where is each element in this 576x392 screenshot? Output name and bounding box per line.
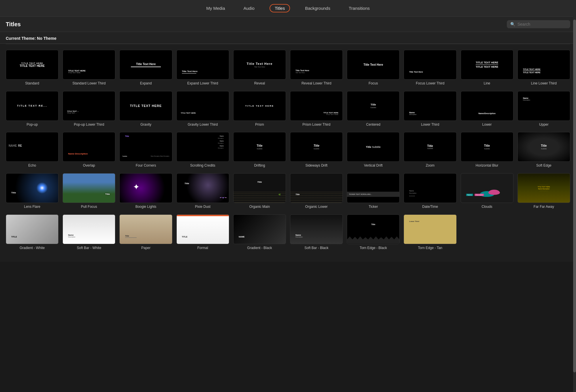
search-icon: 🔍 (510, 22, 515, 27)
list-item[interactable]: Title Subtitle Drifting (233, 132, 286, 168)
list-item[interactable]: Title Organic Lower (290, 173, 343, 209)
list-item[interactable]: TITLE TEXT RE... Pop-up (6, 91, 59, 127)
list-item[interactable]: TITLE TEXT HERE TITLE TEXT HERE Line Low… (517, 50, 570, 86)
list-item[interactable]: Title Subtitle Name Description Name Des… (119, 132, 172, 168)
list-item[interactable]: Name Description 00:00:00 Date/Time (404, 173, 456, 209)
list-item[interactable]: Title Subtitle Vertical Drift (347, 132, 400, 168)
list-item[interactable]: Title Paper (119, 214, 172, 250)
list-item[interactable]: Title Subtitle Centered (347, 91, 400, 127)
list-item[interactable]: Title Pixie Dust (176, 173, 229, 209)
nav-audio[interactable]: Audio (240, 5, 258, 12)
nav-my-media[interactable]: My Media (203, 5, 228, 12)
list-item[interactable]: Title Subtitle Horizontal Blur (461, 132, 513, 168)
theme-label: Current Theme: No Theme (6, 36, 57, 41)
list-item[interactable]: Title Text Here Expand Lower Third (176, 50, 229, 86)
list-item[interactable]: TICKER TEXT SCROLLING... Ticker (347, 173, 400, 209)
list-item[interactable]: Name Description Soft Bar - Black (290, 214, 343, 250)
titles-grid: TITLE TEXT HERE TITLE TEXT HERE Standard… (6, 50, 570, 256)
top-navigation: My Media Audio Titles Backgrounds Transi… (0, 0, 576, 17)
nav-titles[interactable]: Titles (270, 4, 290, 12)
list-item[interactable]: TITLE TEXT HERE Gravity Lower Third (176, 91, 229, 127)
list-item[interactable]: Title Text Here Title Text Here Reveal (233, 50, 286, 86)
header-bar: Titles 🔍 (0, 17, 576, 32)
list-item[interactable]: TITLE Formal (176, 214, 229, 250)
list-item[interactable]: Title Text Here Title Text Here Reveal L… (290, 50, 343, 86)
list-item[interactable]: Title Torn Edge - Black (347, 214, 400, 250)
list-item[interactable]: Title Subtitle Zoom (404, 132, 456, 168)
list-item[interactable]: ✦ Boogie Lights (119, 173, 172, 209)
list-item[interactable]: Title Pull Focus (63, 173, 115, 209)
list-item[interactable]: TITLE TEXT HERE TITLE TEXT HERE Prism Lo… (290, 91, 343, 127)
list-item[interactable]: TITLE TEXT HERE TITLE TEXT HERE Standard (6, 50, 59, 86)
list-item[interactable]: Title Lens Flare (6, 173, 59, 209)
list-item[interactable]: Name Description Upper (517, 91, 570, 127)
search-input[interactable] (517, 22, 567, 27)
list-item[interactable]: Name Gradient - Black (233, 214, 286, 250)
list-item[interactable]: Title Text Here Expand (119, 50, 172, 86)
list-item[interactable]: NAHERE Echo (6, 132, 59, 168)
list-item[interactable]: Title Subtitle Sideways Drift (290, 132, 343, 168)
list-item[interactable]: Name Description Clouds (461, 173, 513, 209)
list-item[interactable]: Name Description Soft Bar - White (63, 214, 115, 250)
nav-transitions[interactable]: Transitions (345, 5, 373, 12)
search-box[interactable]: 🔍 (507, 20, 570, 28)
list-item[interactable]: TITLE TEXT HERE Gravity (119, 91, 172, 127)
list-item[interactable]: Title Text Here Focus Lower Third (404, 50, 456, 86)
list-item[interactable]: · · · · · · · · · · ·TITLE TEXT HEREName… (517, 173, 570, 209)
scrollbar-thumb[interactable] (573, 20, 576, 372)
list-item[interactable]: Title Text Here Focus (347, 50, 400, 86)
list-item[interactable]: TITLE TEXT HERE TITLE TEXT HERE Line (461, 50, 513, 86)
list-item[interactable]: Lower Third Torn Edge - Tan (404, 214, 456, 250)
scrollbar[interactable] (573, 0, 576, 392)
page-title: Titles (6, 21, 21, 28)
theme-bar: Current Theme: No Theme (0, 32, 576, 44)
list-item[interactable]: Title Subtitle Soft Edge (517, 132, 570, 168)
list-item[interactable]: Name Description Name Description Name D… (176, 132, 229, 168)
list-item[interactable]: Name Description Lower Third (404, 91, 456, 127)
main-content: TITLE TEXT HERE TITLE TEXT HERE Standard… (0, 44, 576, 262)
list-item[interactable]: Title 🌿 Organic Main (233, 173, 286, 209)
nav-backgrounds[interactable]: Backgrounds (302, 5, 334, 12)
list-item[interactable]: Name Description Overlap (63, 132, 115, 168)
list-item[interactable]: Name/Description Lower (461, 91, 513, 127)
list-item[interactable]: TITLE Gradient - White (6, 214, 59, 250)
list-item[interactable]: TITLE TEXT HERE TITLE TEXT HERE Standard… (63, 50, 115, 86)
list-item[interactable]: TITLE TEXT ... TITLE TEXT ... Pop-up Low… (63, 91, 115, 127)
list-item[interactable]: TITLE TEXT HERE Prism (233, 91, 286, 127)
